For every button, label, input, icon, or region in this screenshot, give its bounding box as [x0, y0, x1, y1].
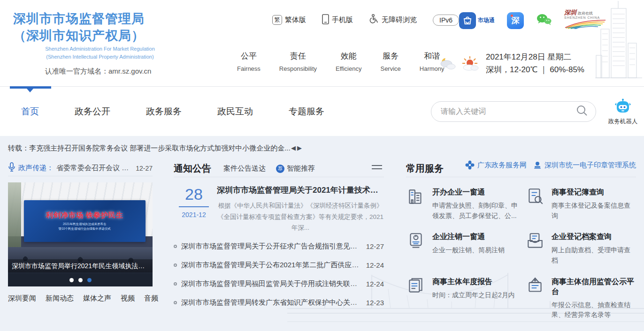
nav-item-gov-info[interactable]: 政务公开: [75, 105, 110, 118]
e-seal-system-link[interactable]: 深圳市统一电子印章管理系统: [533, 161, 636, 170]
notice-list-item[interactable]: 深圳市市场监督管理局转发广东省知识产权保护中心关于... 12-23: [174, 293, 384, 312]
service-item-open-business[interactable]: 开办企业一窗通 申请营业执照、刻制印章、申领发票、员工参保登记、公...: [406, 187, 523, 221]
ishenzhen-app-icon[interactable]: 深: [507, 12, 524, 29]
featured-notice-title[interactable]: 深圳市市场监督管理局关于2021年计量技术机...: [217, 185, 384, 196]
service-item-annual-report[interactable]: 商事主体年度报告 时间：成立周年之日起2月内: [406, 276, 523, 320]
service-item-archive-search[interactable]: 企业登记档案查询 网上自助查档、受理申请查档: [525, 231, 636, 265]
register-search-icon: [525, 187, 545, 206]
tab-audio[interactable]: 音频: [144, 294, 158, 303]
featured-month: 2021-12: [174, 211, 214, 218]
gov-robot-button[interactable]: 政务机器人: [606, 98, 640, 126]
notice-list-item[interactable]: 深圳市市场监督管理局福田监管局关于停用或注销失联单... 12-24: [174, 275, 384, 293]
traditional-chinese-link[interactable]: 繁 繁体版: [272, 15, 306, 25]
traditional-chinese-icon: 繁: [272, 15, 282, 25]
tab-shenzhen-news[interactable]: 深圳要闻: [8, 294, 36, 303]
guangdong-gov-service-link[interactable]: 广东政务服务网: [465, 160, 527, 170]
accessibility-wheelchair-icon: [369, 14, 379, 26]
service-title: 商事登记簿查询: [552, 188, 636, 197]
policy-voice-row: 政声传递： 省委常委会召开会议 有力... 12-27: [8, 160, 153, 176]
notice-list-item[interactable]: 深圳市市场监督管理局关于公开征求广告合规指引意见的... 12-27: [174, 237, 384, 256]
nav-item-home[interactable]: 首页: [21, 105, 39, 118]
service-desc: 时间：成立周年之日起2月内: [432, 290, 515, 301]
utility-links: 繁 繁体版 手机版 无障碍浏览 IPv6: [272, 14, 459, 26]
ticker-headline[interactable]: 转载：李克强主持召开国务院常务会议 部署进一步采取市场化方式加强对中小微企业的金…: [8, 144, 291, 153]
featured-notice-excerpt: 根据《中华人民共和国计量法》《深圳经济特区计量条例》 《全国计量标准专项监督检查…: [217, 200, 384, 233]
shichangtong-app[interactable]: 市场通: [459, 12, 495, 29]
nav-item-interaction[interactable]: 政民互动: [217, 105, 253, 118]
gov-robot-label: 政务机器人: [606, 118, 640, 126]
main-navigation: 首页 政务公开 政务服务 政民互动 专题服务 政务机器人: [0, 87, 644, 136]
policy-voice-label[interactable]: 政声传递：: [18, 164, 54, 173]
service-title: 企业注销一窗通: [432, 232, 505, 242]
tab-media-voice[interactable]: 媒体之声: [83, 294, 111, 303]
carousel-dot-1[interactable]: [69, 278, 74, 282]
service-desc: 商事主体登记及备案信息查询: [552, 201, 636, 221]
case-notice-delivery-link[interactable]: 案件公告送达: [223, 164, 266, 173]
site-logo[interactable]: 深圳市市场监督管理局 （深圳市知识产权局） Shenzhen Administr…: [13, 10, 201, 76]
service-desc: 申请营业执照、刻制印章、申领发票、员工参保登记、公...: [432, 201, 523, 221]
ipv6-badge[interactable]: IPv6: [433, 15, 459, 26]
search-box: [431, 101, 596, 122]
notice-item-date: 12-24: [366, 280, 384, 288]
service-title: 企业登记档案查询: [552, 232, 636, 242]
news-category-tabs: 深圳要闻 新闻动态 媒体之声 视频 音频: [8, 294, 153, 303]
microphone-icon: [8, 162, 15, 174]
weather-date: 2021年12月28日 星期二: [486, 51, 584, 63]
carousel-caption[interactable]: 深圳市市场监管局举行2021年民生领域执法成果发...: [8, 259, 153, 272]
bullet-icon: [174, 282, 177, 286]
pinwheel-icon: [465, 160, 475, 170]
public-board-icon: [525, 276, 545, 296]
carousel-dot-3[interactable]: [87, 278, 92, 282]
smart-recommend-link[interactable]: 荐 智能推荐: [276, 164, 315, 173]
site-title-cn-2: （深圳市知识产权局）: [13, 27, 201, 44]
wechat-icon[interactable]: [536, 13, 552, 28]
building-sketch: [595, 0, 642, 85]
service-item-deregistration[interactable]: 企业注销一窗通 企业一般注销、简易注销: [406, 231, 523, 265]
bullet-icon: [174, 301, 177, 304]
notice-item-title: 深圳市市场监督管理局福田监管局关于停用或注销失联单...: [181, 279, 360, 288]
notices-header: 通知公告 案件公告送达 荐 智能推荐: [174, 160, 384, 177]
e-seal-system-label: 深圳市统一电子印章管理系统: [544, 161, 636, 170]
carousel-dot-2[interactable]: [78, 278, 83, 282]
site-title-cn-1: 深圳市市场监督管理局: [13, 10, 201, 27]
featured-date-rule: [179, 206, 209, 207]
service-item-registry-search[interactable]: 商事登记簿查询 商事主体登记及备案信息查询: [525, 187, 636, 221]
cloudy-night-icon: [439, 55, 458, 71]
service-desc: 网上自助查档、受理申请查档: [552, 245, 636, 265]
notice-list-item[interactable]: 深圳市市场监督管理局关于公布2021年第二批广西供应深... 12-24: [174, 256, 384, 275]
nav-item-gov-services[interactable]: 政务服务: [146, 105, 182, 118]
ticker-next-button[interactable]: ▶: [297, 144, 303, 151]
app-links: 市场通 深 深圳政府在线 SHENZHEN CHINA: [459, 9, 607, 31]
service-title: 开办企业一窗通: [432, 188, 523, 197]
official-domain-note: 认准唯一官方域名：amr.sz.gov.cn: [13, 67, 201, 76]
service-item-credit-platform[interactable]: 商事主体信用监管公示平台 年报公示信息、抽查检查结果、经营异常名录等: [525, 276, 636, 320]
notice-item-date: 12-23: [366, 299, 384, 307]
featured-notice[interactable]: 28 2021-12 深圳市市场监督管理局关于2021年计量技术机... 根据《…: [174, 185, 384, 233]
ticker-prev-button[interactable]: ◀: [291, 144, 297, 151]
search-input[interactable]: [441, 107, 576, 116]
header: 深圳市市场监督管理局 （深圳市知识产权局） Shenzhen Administr…: [0, 0, 644, 87]
nav-item-special-topics[interactable]: 专题服务: [289, 105, 324, 118]
value-efficiency: 效能Efficiency: [336, 51, 361, 72]
carousel-photo-trees: [8, 182, 21, 255]
search-icon[interactable]: [576, 105, 588, 119]
notice-list: 深圳市市场监督管理局关于公开征求广告合规指引意见的... 12-27 深圳市市场…: [174, 237, 384, 312]
tab-news-updates[interactable]: 新闻动态: [46, 294, 74, 303]
tab-video[interactable]: 视频: [121, 294, 135, 303]
bullet-icon: [174, 263, 177, 267]
service-title: 商事主体年度报告: [432, 277, 515, 287]
mobile-version-label: 手机版: [332, 15, 353, 24]
policy-voice-title[interactable]: 省委常委会召开会议 有力...: [56, 164, 133, 173]
notices-more-icon[interactable]: [372, 165, 382, 172]
accessibility-link[interactable]: 无障碍浏览: [369, 14, 417, 26]
carousel-photo-stage-screen: 利剑净市场 铁拳护民生 2021年民生领域执法成果发布会 暨10个民生领域行业自…: [24, 200, 146, 242]
featured-date-block: 28 2021-12: [174, 185, 214, 233]
news-carousel[interactable]: 利剑净市场 铁拳护民生 2021年民生领域执法成果发布会 暨10个民生领域行业自…: [8, 182, 153, 286]
smart-recommend-label: 智能推荐: [287, 164, 315, 173]
content-columns: 政声传递： 省委常委会召开会议 有力... 12-27 利剑净市场 铁拳护民生 …: [8, 160, 636, 320]
site-title-en-1: Shenzhen Administration For Market Regul…: [13, 45, 187, 53]
service-title: 商事主体信用监管公示平台: [552, 277, 636, 297]
mobile-version-link[interactable]: 手机版: [322, 14, 353, 26]
weather-text: 2021年12月28日 星期二 深圳，12-20℃ ｜ 60%-85%: [486, 51, 584, 76]
recommend-badge-icon: 荐: [276, 165, 284, 173]
